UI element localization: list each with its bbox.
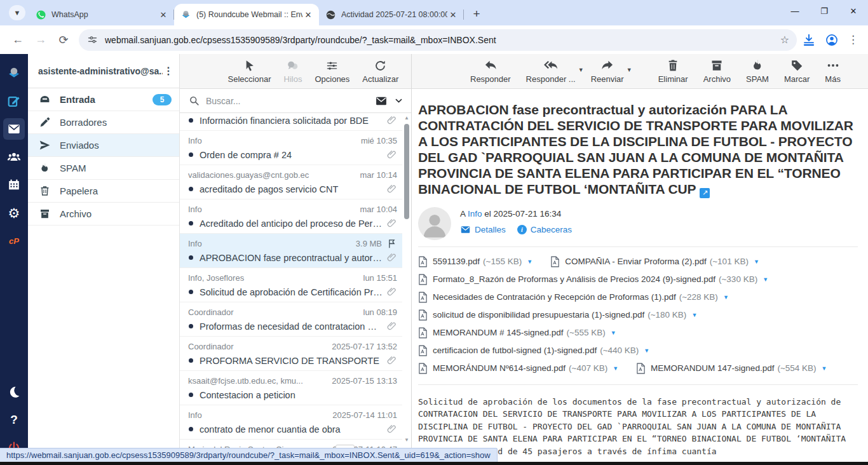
message-row[interactable]: Info2025-07-14 11:01contrato de menor cu… <box>180 405 402 440</box>
marcar-button[interactable]: Marcar <box>784 58 810 84</box>
attachment-item[interactable]: 5591139.pdf(~155 KB)▼ <box>418 256 532 267</box>
más-button[interactable]: Más <box>825 58 841 84</box>
message-row[interactable]: Coordinador2025-07-17 13:52PROFORMA SERV… <box>180 337 402 371</box>
rail-contacts-icon[interactable] <box>3 146 25 168</box>
folder-item-spam[interactable]: SPAM <box>28 157 179 180</box>
rail-compose-icon[interactable] <box>3 90 25 112</box>
headers-toggle[interactable]: i Cabeceras <box>517 225 572 234</box>
reload-button[interactable]: ⟳ <box>54 30 73 50</box>
attachment-menu-caret-icon[interactable]: ▼ <box>644 347 649 354</box>
attachment-menu-caret-icon[interactable]: ▼ <box>763 276 768 283</box>
scroll-up-icon[interactable]: ▲ <box>403 115 410 121</box>
flag-icon[interactable] <box>386 238 397 249</box>
attachment-menu-caret-icon[interactable]: ▼ <box>611 330 616 336</box>
attachment-name[interactable]: certificacion de futbol-signed (1)-signe… <box>433 346 597 355</box>
details-toggle[interactable]: Detalles <box>460 224 506 235</box>
rail-help-icon[interactable]: ? <box>3 409 25 431</box>
responder-button[interactable]: Responder ...▼ <box>526 58 576 84</box>
attachment-item[interactable]: certificacion de futbol-signed (1)-signe… <box>418 345 649 356</box>
search-options-chevron-icon[interactable] <box>394 96 403 105</box>
attachment-name[interactable]: COMPAÑIA - Enviar Proforma (2).pdf <box>565 257 707 266</box>
attachment-name[interactable]: MEMORANDUM # 145-signed.pdf <box>433 328 564 337</box>
rail-mail-icon[interactable] <box>3 118 25 140</box>
folder-item-entrada[interactable]: Entrada5 <box>28 88 179 111</box>
attachment-name[interactable]: solicitud de disponibilidad presupuestar… <box>433 310 644 320</box>
site-info-icon[interactable] <box>86 34 98 46</box>
message-row[interactable]: validaciones.guayas@cnt.gob.ecmar 10:14a… <box>180 165 402 199</box>
back-button[interactable]: ← <box>8 30 27 50</box>
attachment-item[interactable]: Formato_8_Razón de Proformas y Análisis … <box>418 274 768 285</box>
attachment-item[interactable]: solicitud de disponibilidad presupuestar… <box>418 309 697 321</box>
tab-scroll-chevron-icon[interactable]: ▼ <box>9 5 25 20</box>
attachment-menu-caret-icon[interactable]: ▼ <box>723 294 729 300</box>
rail-calendar-icon[interactable] <box>3 174 25 196</box>
attachment-menu-caret-icon[interactable]: ▼ <box>691 312 697 318</box>
rail-dark-mode-icon[interactable] <box>3 381 25 403</box>
open-external-icon[interactable]: ↗ <box>700 188 710 198</box>
recipient-link[interactable]: Info <box>468 209 482 219</box>
message-row[interactable]: ksaait@fcjse.utb.edu.ec, kmu...2025-07-1… <box>180 371 402 405</box>
message-row[interactable]: Información financiera solicitada por BD… <box>180 114 402 131</box>
attachment-menu-caret-icon[interactable]: ▼ <box>613 365 618 372</box>
seleccionar-button[interactable]: Seleccionar <box>228 59 271 84</box>
folder-item-archivo[interactable]: Archivo <box>28 203 179 226</box>
tab-close-icon[interactable]: ✕ <box>302 9 314 20</box>
opciones-button[interactable]: Opciones <box>315 59 349 84</box>
scroll-down-icon[interactable]: ▼ <box>403 437 410 443</box>
responder-button[interactable]: Responder <box>470 58 511 84</box>
attachment-item[interactable]: MEMORANDUM 147-signed.pdf(~554 KB)▼ <box>636 363 827 374</box>
message-row[interactable]: Infomar 10:04Acreditado del anticipo del… <box>180 199 402 234</box>
close-button[interactable]: ✕ <box>839 0 868 22</box>
attachment-menu-caret-icon[interactable]: ▼ <box>754 259 759 265</box>
new-tab-button[interactable]: + <box>468 5 485 23</box>
attachment-name[interactable]: MEMORANDUM 147-signed.pdf <box>651 363 774 373</box>
attachment-item[interactable]: COMPAÑIA - Enviar Proforma (2).pdf(~101 … <box>550 256 759 267</box>
spam-button[interactable]: SPAM <box>746 58 769 84</box>
attachment-name[interactable]: MEMORÁNDUM Nº614-signed.pdf <box>433 363 566 373</box>
forward-button[interactable]: → <box>31 30 50 50</box>
account-menu-icon[interactable]: ⋮ <box>163 65 174 77</box>
attachment-name[interactable]: Formato_8_Razón de Proformas y Análisis … <box>433 274 715 284</box>
message-row[interactable]: Coordinadorlun 08:19Proformas de necesid… <box>180 302 402 337</box>
downloads-icon[interactable] <box>802 33 816 47</box>
dropdown-caret-icon[interactable]: ▼ <box>578 67 584 73</box>
tab-close-icon[interactable]: ✕ <box>447 9 459 20</box>
minimize-button[interactable]: — <box>780 0 810 22</box>
message-row[interactable]: Info, Josefloreslun 15:51Solicitud de ap… <box>180 268 402 302</box>
folder-item-enviados[interactable]: Enviados <box>28 134 179 157</box>
attachment-menu-caret-icon[interactable]: ▼ <box>527 259 532 265</box>
reenviar-button[interactable]: Reenviar▼ <box>591 58 624 84</box>
archivo-button[interactable]: Archivo <box>703 58 731 84</box>
browser-tab[interactable]: (5) Roundcube Webmail :: Envia✕ <box>174 4 319 25</box>
search-scope-mail-icon[interactable] <box>375 95 388 107</box>
browser-tab[interactable]: Actividad 2025-07-21 08:00:00✕ <box>319 4 464 25</box>
attachment-menu-caret-icon[interactable]: ▼ <box>822 365 827 372</box>
search-input[interactable] <box>206 96 369 106</box>
profile-icon[interactable] <box>825 33 839 47</box>
restore-button[interactable]: ❐ <box>810 0 839 22</box>
attachment-item[interactable]: MEMORANDUM # 145-signed.pdf(~555 KB)▼ <box>418 327 616 339</box>
rail-settings-icon[interactable]: ⚙ <box>3 202 25 224</box>
attachment-item[interactable]: MEMORÁNDUM Nº614-signed.pdf(~407 KB)▼ <box>418 363 618 374</box>
eliminar-button[interactable]: Eliminar <box>658 58 688 84</box>
attachment-item[interactable]: Necesidades de Contratación y Recepción … <box>418 292 729 303</box>
dropdown-caret-icon[interactable]: ▼ <box>627 67 632 73</box>
message-row[interactable]: Info3.9 MBAPROBACION fase precontractual… <box>180 234 402 268</box>
message-row[interactable]: Infomié 10:35Orden de compra # 24 <box>180 131 402 165</box>
url-text[interactable]: webmail.sanjuan.gob.ec/cpsess1535909589/… <box>105 35 780 45</box>
browser-menu-icon[interactable]: ⋮ <box>848 33 858 46</box>
address-bar[interactable]: webmail.sanjuan.gob.ec/cpsess1535909589/… <box>79 29 797 51</box>
folder-item-borradores[interactable]: Borradores <box>28 111 179 134</box>
rail-roundcube-logo[interactable] <box>3 62 25 84</box>
actualizar-button[interactable]: Actualizar <box>362 59 398 84</box>
hilos-button[interactable]: Hilos <box>284 59 302 84</box>
tab-close-icon[interactable]: ✕ <box>158 9 169 20</box>
attachment-name[interactable]: Necesidades de Contratación y Recepción … <box>433 292 676 302</box>
scrollbar-thumb[interactable] <box>404 124 409 219</box>
folder-item-papelera[interactable]: Papelera <box>28 180 179 203</box>
attachment-name[interactable]: 5591139.pdf <box>433 257 480 266</box>
browser-tab[interactable]: WhatsApp✕ <box>29 4 174 25</box>
bookmark-star-icon[interactable]: ☆ <box>780 34 789 46</box>
list-scrollbar[interactable]: ▲ ▼ <box>402 114 411 462</box>
rail-cpanel-icon[interactable]: cP <box>3 230 25 252</box>
